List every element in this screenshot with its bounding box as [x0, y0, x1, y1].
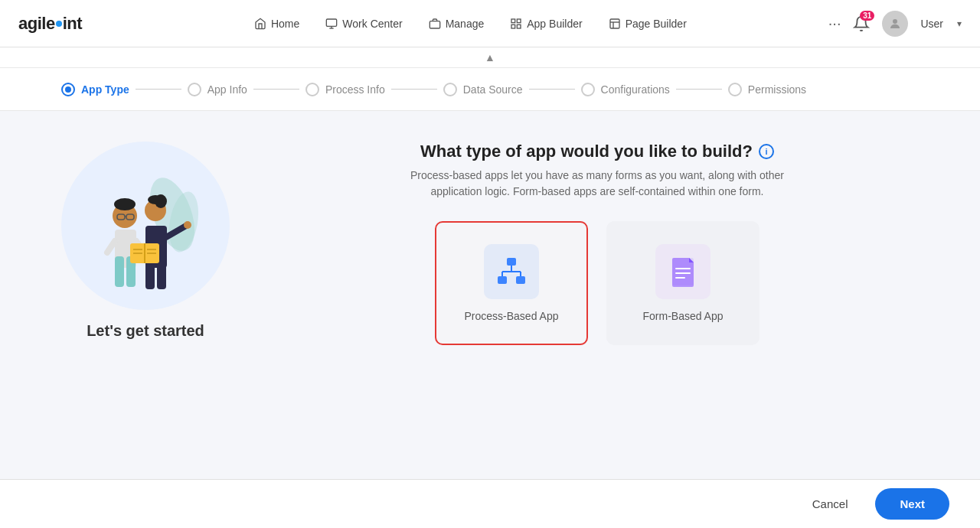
step-circle-configurations — [581, 83, 595, 96]
nav-label-manage: Manage — [446, 18, 485, 30]
svg-rect-7 — [518, 24, 521, 28]
section-title: What type of app would you like to build… — [420, 142, 774, 161]
svg-point-27 — [148, 195, 163, 204]
step-label-permissions: Permissions — [748, 83, 806, 96]
app-card-form-based[interactable]: Form-Based App — [606, 221, 760, 345]
step-data-source[interactable]: Data Source — [443, 83, 523, 96]
nav-item-home[interactable]: Home — [243, 11, 310, 36]
avatar — [882, 11, 908, 37]
nav-label-pagebuilder: Page Builder — [626, 18, 687, 30]
step-label-app-info: App Info — [207, 83, 247, 96]
step-connector-4 — [529, 89, 575, 90]
svg-rect-39 — [498, 276, 507, 284]
svg-point-11 — [893, 19, 897, 24]
nav-label-appbuilder: App Builder — [527, 18, 582, 30]
notification-button[interactable]: 31 — [853, 15, 870, 32]
svg-rect-4 — [511, 19, 515, 23]
svg-rect-5 — [518, 19, 521, 23]
svg-rect-6 — [511, 24, 515, 28]
section-title-text: What type of app would you like to build… — [420, 142, 753, 161]
next-button[interactable]: Next — [875, 488, 949, 520]
process-based-label: Process-Based App — [465, 310, 559, 322]
step-label-process-info: Process Info — [325, 83, 385, 96]
nav-label-workcenter: Work Center — [342, 18, 402, 30]
stepper: App Type App Info Process Info Data Sour… — [61, 83, 806, 96]
step-connector-3 — [391, 89, 437, 90]
layout-icon — [609, 18, 621, 30]
collapse-icon: ▲ — [485, 51, 495, 64]
info-icon[interactable]: i — [759, 144, 774, 159]
home-icon — [254, 18, 266, 30]
illustration-subtitle: Let's get started — [87, 322, 204, 340]
stepper-bar: App Type App Info Process Info Data Sour… — [0, 68, 980, 111]
svg-point-19 — [114, 198, 136, 210]
selection-section: What type of app would you like to build… — [276, 142, 919, 345]
step-label-configurations: Configurations — [601, 83, 670, 96]
cancel-button[interactable]: Cancel — [797, 490, 864, 518]
step-configurations[interactable]: Configurations — [581, 83, 670, 96]
svg-rect-3 — [430, 21, 439, 28]
nav-item-workcenter[interactable]: Work Center — [315, 11, 413, 36]
step-app-type[interactable]: App Type — [61, 83, 129, 96]
app-card-process-based[interactable]: Process-Based App — [435, 221, 588, 345]
monitor-icon — [325, 18, 338, 30]
illustration-circle — [61, 142, 230, 310]
logo-dot — [56, 21, 62, 27]
step-permissions[interactable]: Permissions — [728, 83, 806, 96]
app-cards: Process-Based App — [435, 221, 760, 345]
step-connector-2 — [253, 89, 299, 90]
logo: agileint — [18, 14, 82, 34]
step-app-info[interactable]: App Info — [188, 83, 247, 96]
section-description: Process-based apps let you have as many … — [398, 168, 796, 200]
step-connector-5 — [676, 89, 722, 90]
nav-item-appbuilder[interactable]: App Builder — [499, 11, 593, 36]
svg-rect-31 — [157, 259, 166, 289]
step-circle-app-type — [61, 83, 75, 96]
process-based-icon-wrap — [484, 244, 539, 299]
more-button[interactable]: ··· — [828, 15, 841, 32]
logo-text: agileint — [18, 14, 82, 34]
svg-rect-38 — [507, 258, 516, 266]
step-circle-app-info — [188, 83, 201, 96]
step-circle-process-info — [305, 83, 319, 96]
user-name: User — [920, 18, 943, 30]
nav-label-home: Home — [271, 18, 299, 30]
main-content: Let's get started What type of app would… — [0, 111, 980, 455]
navbar-nav: Home Work Center Manage App Builder — [113, 11, 828, 36]
step-circle-permissions — [728, 83, 742, 96]
navbar-right: ··· 31 User ▾ — [828, 11, 962, 37]
collapse-bar[interactable]: ▲ — [0, 47, 980, 68]
step-label-data-source: Data Source — [463, 83, 523, 96]
svg-rect-8 — [610, 19, 619, 28]
briefcase-icon — [429, 18, 441, 30]
navbar: agileint Home Work Center Manage — [0, 0, 980, 47]
footer-bar: Cancel Next — [0, 479, 980, 528]
form-based-icon-wrap — [655, 244, 710, 299]
grid-icon — [510, 18, 522, 30]
step-label-app-type: App Type — [81, 83, 129, 96]
nav-item-pagebuilder[interactable]: Page Builder — [598, 11, 697, 36]
nav-item-manage[interactable]: Manage — [418, 11, 495, 36]
svg-rect-20 — [115, 256, 124, 287]
step-circle-data-source — [443, 83, 457, 96]
chevron-down-icon[interactable]: ▾ — [957, 18, 962, 29]
step-connector-1 — [136, 89, 181, 90]
svg-rect-0 — [327, 19, 337, 26]
step-process-info[interactable]: Process Info — [305, 83, 385, 96]
svg-rect-40 — [516, 276, 525, 284]
illustration-section: Let's get started — [61, 142, 230, 340]
svg-line-22 — [107, 241, 115, 253]
notification-badge: 31 — [860, 11, 874, 21]
form-based-label: Form-Based App — [642, 310, 723, 322]
svg-point-29 — [184, 221, 191, 229]
